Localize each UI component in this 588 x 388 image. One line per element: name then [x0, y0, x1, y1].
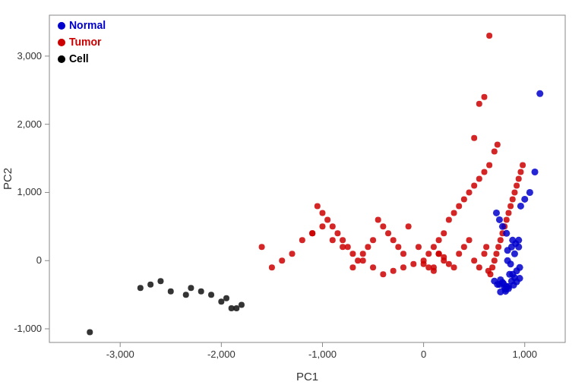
svg-point-53 — [481, 169, 487, 175]
svg-point-60 — [486, 33, 492, 39]
svg-point-68 — [365, 244, 371, 250]
svg-point-64 — [385, 230, 391, 236]
svg-point-34 — [233, 305, 239, 311]
svg-text:-1,000: -1,000 — [14, 323, 42, 334]
svg-point-115 — [349, 251, 356, 257]
svg-point-73 — [340, 237, 346, 243]
svg-point-25 — [138, 285, 144, 291]
svg-point-69 — [360, 251, 366, 257]
svg-point-117 — [330, 237, 336, 243]
svg-text:2,000: 2,000 — [17, 118, 42, 130]
svg-point-28 — [168, 289, 174, 295]
svg-point-40 — [425, 251, 432, 257]
svg-point-169 — [515, 237, 522, 244]
svg-point-43 — [436, 237, 442, 243]
svg-point-108 — [517, 169, 523, 175]
svg-point-97 — [495, 244, 501, 250]
svg-point-95 — [492, 257, 498, 263]
svg-point-159 — [536, 90, 543, 97]
svg-point-47 — [451, 210, 457, 216]
svg-point-38 — [410, 261, 416, 267]
svg-text:PC1: PC1 — [296, 370, 318, 383]
scatter-plot: -3,000-2,000-1,00001,000PC1-1,00001,0002… — [0, 0, 588, 388]
svg-point-109 — [520, 162, 526, 169]
svg-point-161 — [497, 289, 504, 295]
svg-point-106 — [514, 182, 520, 188]
svg-point-110 — [400, 264, 406, 270]
svg-point-114 — [360, 257, 366, 263]
svg-point-154 — [493, 210, 500, 216]
svg-text:Cell: Cell — [69, 52, 89, 65]
svg-point-57 — [471, 135, 477, 141]
svg-point-113 — [370, 264, 376, 270]
svg-text:0: 0 — [36, 254, 42, 266]
svg-point-116 — [340, 244, 346, 250]
svg-text:1,000: 1,000 — [17, 186, 42, 197]
svg-point-78 — [315, 203, 321, 209]
svg-point-89 — [476, 264, 482, 270]
svg-point-172 — [58, 39, 65, 46]
svg-point-93 — [487, 271, 493, 277]
svg-point-75 — [330, 223, 336, 229]
svg-point-152 — [499, 223, 506, 230]
svg-point-65 — [380, 223, 386, 229]
svg-point-165 — [517, 275, 523, 282]
svg-point-59 — [481, 94, 487, 100]
svg-point-36 — [188, 285, 194, 291]
svg-point-87 — [466, 237, 473, 243]
svg-point-71 — [349, 264, 356, 270]
svg-point-102 — [505, 210, 511, 216]
svg-point-67 — [370, 237, 376, 243]
svg-point-151 — [503, 230, 510, 237]
svg-point-44 — [441, 230, 447, 236]
svg-point-153 — [496, 216, 503, 223]
svg-point-120 — [299, 237, 305, 243]
svg-point-46 — [446, 216, 452, 222]
svg-point-27 — [157, 278, 163, 284]
svg-point-98 — [498, 237, 504, 243]
svg-point-122 — [279, 257, 285, 263]
svg-point-62 — [395, 244, 401, 250]
svg-point-103 — [507, 203, 514, 209]
svg-text:0: 0 — [421, 349, 426, 360]
svg-point-126 — [425, 264, 432, 270]
svg-point-112 — [380, 271, 386, 277]
svg-text:-1,000: -1,000 — [308, 349, 337, 360]
svg-point-139 — [494, 281, 501, 288]
svg-point-156 — [521, 196, 528, 203]
svg-point-119 — [309, 230, 315, 236]
svg-point-101 — [504, 216, 510, 222]
svg-point-80 — [431, 244, 437, 250]
svg-point-49 — [461, 196, 467, 202]
svg-point-48 — [456, 203, 462, 209]
svg-text:-3,000: -3,000 — [106, 349, 134, 360]
svg-point-104 — [510, 196, 516, 202]
svg-point-83 — [446, 261, 452, 267]
svg-text:1,000: 1,000 — [512, 349, 537, 360]
svg-point-123 — [269, 264, 275, 270]
svg-point-55 — [492, 149, 498, 155]
svg-point-24 — [87, 330, 93, 336]
svg-point-124 — [259, 244, 265, 250]
svg-point-94 — [489, 264, 495, 270]
svg-point-35 — [198, 289, 204, 295]
svg-text:PC2: PC2 — [1, 168, 14, 190]
svg-text:Normal: Normal — [69, 19, 106, 31]
svg-point-96 — [493, 251, 499, 257]
svg-point-129 — [441, 254, 447, 260]
svg-point-26 — [147, 282, 153, 288]
svg-point-111 — [390, 268, 397, 274]
svg-point-157 — [526, 189, 533, 196]
svg-text:-2,000: -2,000 — [207, 349, 236, 360]
svg-point-88 — [471, 257, 477, 263]
svg-point-85 — [456, 251, 462, 257]
svg-point-50 — [466, 189, 473, 195]
svg-point-105 — [511, 189, 517, 195]
svg-point-56 — [495, 142, 501, 148]
svg-point-61 — [400, 251, 406, 257]
svg-point-128 — [436, 251, 442, 257]
svg-point-145 — [517, 264, 523, 271]
svg-point-51 — [471, 182, 477, 188]
svg-point-91 — [483, 244, 489, 250]
svg-point-84 — [451, 264, 457, 270]
